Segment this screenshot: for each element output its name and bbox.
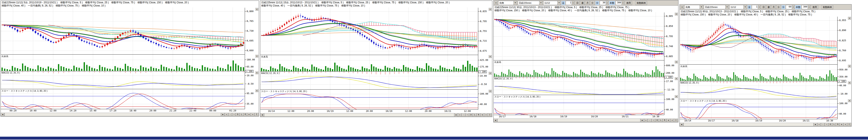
tool-button-I[interactable]: I — [847, 123, 851, 126]
minute-spinner[interactable]: 30 ▲▼ — [600, 1, 609, 5]
tool-button-I[interactable]: I — [488, 113, 492, 116]
scroll-right-button[interactable]: ▶ — [455, 113, 458, 116]
tool-button-+[interactable]: + — [644, 119, 648, 122]
chevron-down-icon[interactable]: ▼ — [539, 1, 542, 5]
macd-chart-canvas[interactable] — [680, 81, 837, 99]
tool-button-R[interactable]: R — [477, 113, 480, 116]
chevron-down-icon[interactable]: ▼ — [725, 5, 728, 9]
tool-button-~[interactable]: ~ — [652, 119, 655, 122]
tool-button-~[interactable]: ~ — [466, 113, 469, 116]
tool-button-+[interactable]: + — [458, 113, 462, 116]
chevron-down-icon[interactable]: ▼ — [743, 5, 747, 9]
tool-button-L[interactable]: L — [832, 123, 836, 126]
volume-chart-canvas[interactable] — [260, 55, 478, 71]
instrument-type-select[interactable]: 先物 ▼ — [684, 5, 703, 9]
tick-count-spinner[interactable]: 1 ▲▼ — [566, 1, 575, 5]
pane-scale-dropdown[interactable]: ▼ — [489, 55, 492, 58]
pane-scale-dropdown[interactable]: ▼ — [675, 95, 678, 98]
price-chart-canvas[interactable] — [680, 17, 837, 64]
tool-button-I[interactable]: I — [255, 113, 258, 116]
symbol-select[interactable]: 日経225mini ▼ — [704, 5, 729, 9]
period-button-3[interactable]: 分 — [776, 5, 781, 9]
horizontal-scrollbar[interactable] — [497, 118, 640, 122]
spinner-arrows-icon[interactable]: ▲▼ — [622, 1, 624, 5]
scroll-left-button[interactable]: ◀ — [680, 123, 683, 126]
apply-button[interactable]: 適用 — [625, 1, 632, 5]
spinner-arrows-icon[interactable]: ▲▼ — [808, 5, 810, 9]
tool-button-✕[interactable]: ✕ — [251, 113, 254, 116]
period-button-0[interactable]: 日 — [761, 5, 766, 9]
pane-scale-dropdown[interactable]: ▼ — [848, 17, 851, 20]
price-chart-canvas[interactable] — [494, 12, 664, 60]
macd-chart-canvas[interactable] — [260, 72, 478, 90]
spinner-arrows-icon[interactable]: ▲▼ — [606, 1, 608, 5]
tool-button-R[interactable]: R — [836, 123, 840, 126]
tool-button-✕[interactable]: ✕ — [671, 119, 674, 122]
tool-button--[interactable]: - — [821, 123, 825, 126]
period-button-2[interactable]: 月 — [585, 1, 590, 5]
pane-scale-dropdown[interactable]: ▼ — [848, 81, 851, 84]
chevron-down-icon[interactable]: ▼ — [557, 1, 561, 5]
minute-spinner[interactable]: 60 ▲▼ — [786, 5, 795, 9]
tool-button-⊕[interactable]: ⊕ — [480, 113, 484, 116]
volume-chart-canvas[interactable] — [1, 55, 245, 71]
tool-button-⊕[interactable]: ⊕ — [840, 123, 843, 126]
tool-button-~[interactable]: ~ — [825, 123, 828, 126]
pane-scale-dropdown[interactable]: ▼ — [848, 65, 851, 68]
horizontal-scrollbar[interactable] — [5, 113, 221, 116]
scroll-left-button[interactable]: ◀ — [260, 113, 264, 116]
pane-scale-dropdown[interactable]: ▼ — [255, 8, 258, 11]
pane-scale-dropdown[interactable]: ▼ — [489, 72, 492, 75]
horizontal-scrollbar[interactable] — [264, 113, 454, 117]
pane-scale-dropdown[interactable]: ▼ — [255, 55, 258, 58]
scroll-right-button[interactable]: ▶ — [814, 123, 817, 126]
tool-button-R[interactable]: R — [244, 113, 247, 116]
tool-button-I[interactable]: I — [674, 119, 678, 122]
scroll-right-button[interactable]: ▶ — [221, 113, 225, 116]
tool-button-L[interactable]: L — [473, 113, 476, 116]
pane-scale-dropdown[interactable]: ▼ — [675, 13, 678, 15]
tool-button--[interactable]: - — [462, 113, 465, 116]
pane-scale-dropdown[interactable]: ▼ — [255, 90, 258, 92]
period-button-1[interactable]: 週 — [580, 1, 585, 5]
spinner-arrows-icon[interactable]: ▲▼ — [758, 5, 760, 9]
bar-count-spinner[interactable]: 300 ▲▼ — [802, 5, 810, 9]
scroll-left-button[interactable]: ◀ — [494, 119, 497, 122]
chevron-down-icon[interactable]: ▼ — [700, 5, 703, 9]
bar-count-spinner[interactable]: 300 ▲▼ — [616, 1, 624, 5]
tool-button-✕[interactable]: ✕ — [484, 113, 488, 116]
period-button-3[interactable]: 分 — [590, 1, 595, 5]
tool-button-D[interactable]: D — [236, 113, 240, 116]
tool-button-+[interactable]: + — [225, 113, 228, 116]
tool-button-+[interactable]: + — [817, 123, 821, 126]
price-chart-canvas[interactable] — [1, 8, 245, 55]
scroll-left-button[interactable]: ◀ — [1, 113, 4, 116]
multi-symbol-button[interactable]: 複数銘柄 — [636, 1, 647, 5]
period-button-2[interactable]: 月 — [771, 5, 776, 9]
symbol-select[interactable]: 日経225mini ▼ — [518, 1, 543, 5]
tool-button-D[interactable]: D — [655, 119, 659, 122]
tool-button-D[interactable]: D — [829, 123, 832, 126]
spinner-arrows-icon[interactable]: ▲▼ — [572, 1, 574, 5]
macd-chart-canvas[interactable] — [494, 77, 664, 95]
pane-scale-dropdown[interactable]: ▼ — [489, 8, 492, 11]
horizontal-scrollbar[interactable] — [684, 123, 813, 126]
price-chart-canvas[interactable] — [260, 8, 478, 55]
tool-button--[interactable]: - — [228, 113, 232, 116]
tool-button-R[interactable]: R — [663, 119, 666, 122]
tool-button-⊕[interactable]: ⊕ — [666, 119, 670, 122]
multi-symbol-button[interactable]: 複数銘柄 — [822, 5, 833, 9]
apply-button[interactable]: 適用 — [811, 5, 818, 9]
instrument-type-select[interactable]: 先物 ▼ — [498, 1, 517, 5]
pane-scale-dropdown[interactable]: ▼ — [255, 71, 258, 74]
tool-button-⊕[interactable]: ⊕ — [247, 113, 251, 116]
tick-count-spinner[interactable]: 1 ▲▼ — [752, 5, 761, 9]
tool-button-L[interactable]: L — [659, 119, 663, 122]
pane-scale-dropdown[interactable]: ▼ — [848, 99, 851, 102]
pane-scale-dropdown[interactable]: ▼ — [675, 61, 678, 63]
pane-scale-dropdown[interactable]: ▼ — [489, 90, 492, 93]
contract-month-select[interactable]: 11/12 ▼ — [543, 1, 561, 5]
contract-month-select[interactable]: 11/12 ▼ — [730, 5, 747, 9]
volume-chart-canvas[interactable] — [494, 61, 664, 77]
spinner-arrows-icon[interactable]: ▲▼ — [792, 5, 794, 9]
